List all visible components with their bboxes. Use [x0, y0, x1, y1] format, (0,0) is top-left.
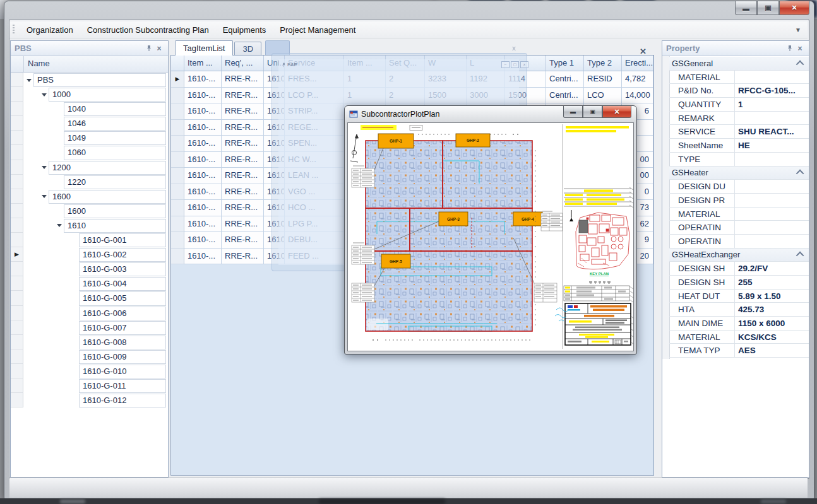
- property-value-cell[interactable]: [735, 180, 809, 193]
- property-row[interactable]: SheetNameHE: [669, 139, 809, 153]
- grid-cell[interactable]: 1610-...: [184, 232, 222, 249]
- property-row[interactable]: SERVICESHU REACT...: [669, 125, 809, 139]
- property-value-cell[interactable]: 255: [735, 276, 809, 289]
- column-header[interactable]: Req', ...: [222, 56, 264, 71]
- tree-row[interactable]: 1610-G-010: [23, 364, 168, 378]
- tree-row[interactable]: 1046: [23, 116, 168, 131]
- grid-cell[interactable]: RRE-R...: [222, 200, 264, 216]
- tree-row[interactable]: 1610-G-008: [23, 335, 168, 349]
- grid-cell[interactable]: RRE-R...: [222, 184, 264, 201]
- tree-node-label[interactable]: 1040: [64, 102, 166, 116]
- tree-row[interactable]: 1610-G-004: [23, 276, 168, 291]
- tree-expander-icon[interactable]: [55, 221, 64, 230]
- tree-node-label[interactable]: 1610-G-012: [79, 394, 166, 407]
- property-close-icon[interactable]: ×: [795, 44, 805, 54]
- tree-node-label[interactable]: 1049: [64, 131, 166, 145]
- tree-row[interactable]: 1610-G-007: [23, 320, 168, 335]
- property-name-cell[interactable]: HEAT DUT: [669, 290, 735, 303]
- subcontractor-plotplan-window[interactable]: SubcontractorPlotPlan ▬ ▣ ✕: [344, 105, 637, 355]
- property-row[interactable]: MAIN DIME1150 x 6000: [669, 317, 809, 331]
- tree-node-label[interactable]: 1610-G-011: [79, 379, 166, 393]
- collapse-chevron-icon[interactable]: [796, 170, 804, 178]
- plotplan-maximize-button[interactable]: ▣: [583, 106, 602, 118]
- property-row[interactable]: TYPE: [669, 153, 809, 167]
- plotplan-minimize-button[interactable]: ▬: [563, 106, 583, 118]
- grid-cell[interactable]: RRE-R...: [222, 88, 264, 104]
- grid-cell[interactable]: 1610-...: [184, 152, 222, 168]
- property-name-cell[interactable]: SheetName: [669, 139, 735, 152]
- tree-row[interactable]: 1610-G-009: [23, 349, 168, 364]
- column-header[interactable]: Type 2: [584, 56, 622, 71]
- grid-cell[interactable]: RRE-R...: [222, 103, 264, 120]
- property-name-cell[interactable]: OPERATIN: [669, 235, 735, 248]
- close-button[interactable]: ✕: [779, 1, 809, 15]
- menu-item-project-management[interactable]: Project Management: [273, 23, 362, 37]
- tree-row[interactable]: 1600: [23, 189, 168, 204]
- grid-cell[interactable]: RRE-R...: [222, 249, 264, 265]
- menu-item-construction-subcontracting-plan[interactable]: Construction Subcontracting Plan: [80, 23, 216, 37]
- menu-item-equipments[interactable]: Equipments: [216, 23, 273, 37]
- tree-node-label[interactable]: 1610-G-005: [79, 291, 166, 305]
- tree-node-label[interactable]: 1610-G-004: [79, 277, 166, 291]
- property-row[interactable]: QUANTITY1: [669, 98, 809, 112]
- property-name-cell[interactable]: MATERIAL: [669, 331, 735, 344]
- grid-cell[interactable]: RRE-R...: [222, 136, 264, 152]
- tree-node-label[interactable]: 1610-G-008: [79, 336, 166, 349]
- property-value-cell[interactable]: [735, 112, 809, 125]
- property-row[interactable]: MATERIALKCS/KCS: [669, 331, 809, 344]
- grid-cell[interactable]: 1610-...: [184, 120, 222, 136]
- property-value-cell[interactable]: [735, 235, 809, 248]
- pbs-name-column-header[interactable]: Name: [24, 56, 168, 72]
- property-value-cell[interactable]: SHU REACT...: [735, 125, 809, 138]
- column-header[interactable]: Erecti...: [622, 56, 653, 71]
- tree-node-label[interactable]: 1600: [64, 204, 166, 218]
- tab-3d[interactable]: 3D: [234, 42, 261, 56]
- grid-cell[interactable]: 1610-...: [184, 168, 222, 184]
- menu-overflow-chevron-icon[interactable]: ▼: [795, 26, 801, 33]
- tree-row[interactable]: 1040: [23, 102, 168, 116]
- property-value-cell[interactable]: [735, 153, 809, 166]
- pbs-close-icon[interactable]: ×: [154, 44, 164, 54]
- property-value-cell[interactable]: HE: [735, 139, 809, 152]
- property-row[interactable]: REMARK: [669, 112, 809, 126]
- grid-cell[interactable]: 4,782: [622, 71, 653, 88]
- property-value-cell[interactable]: [735, 194, 809, 207]
- property-name-cell[interactable]: OPERATIN: [669, 221, 735, 234]
- tree-node-label[interactable]: 1600: [49, 190, 166, 204]
- grid-cell[interactable]: 1610-...: [184, 216, 222, 233]
- property-row[interactable]: HTA425.73: [669, 303, 809, 317]
- property-name-cell[interactable]: DESIGN PR: [669, 194, 735, 207]
- tree-node-label[interactable]: 1610-G-006: [79, 307, 166, 320]
- plotplan-close-button[interactable]: ✕: [602, 106, 631, 118]
- tree-expander-icon[interactable]: [40, 192, 49, 201]
- tree-node-label[interactable]: 1000: [49, 88, 166, 102]
- property-value-cell[interactable]: AES: [735, 344, 809, 357]
- tree-row[interactable]: PBS: [23, 73, 168, 87]
- grid-cell[interactable]: Centri...: [546, 88, 584, 104]
- menu-grip-icon[interactable]: [13, 25, 15, 35]
- property-name-cell[interactable]: QUANTITY: [669, 98, 735, 111]
- property-value-cell[interactable]: KCS/KCS: [735, 331, 809, 344]
- tree-row[interactable]: 1600: [23, 204, 168, 218]
- column-header[interactable]: Type 1: [546, 56, 584, 71]
- tree-row[interactable]: 1200: [23, 160, 168, 175]
- tree-row[interactable]: 1610-G-001: [23, 233, 168, 247]
- grid-cell[interactable]: 1610-...: [184, 184, 222, 201]
- tree-node-label[interactable]: 1610: [64, 219, 166, 233]
- tree-expander-icon[interactable]: [40, 90, 49, 99]
- property-name-cell[interactable]: MAIN DIME: [669, 317, 735, 330]
- tab-tagitemlist[interactable]: TagItemList: [175, 40, 233, 56]
- property-row[interactable]: MATERIAL: [669, 208, 809, 221]
- menu-item-organization[interactable]: Organization: [20, 23, 80, 37]
- tree-node-label[interactable]: 1610-G-002: [79, 248, 166, 262]
- property-value-cell[interactable]: [735, 221, 809, 234]
- property-category-row[interactable]: GSGeneral: [669, 57, 809, 71]
- tree-node-label[interactable]: 1046: [64, 117, 166, 131]
- column-header[interactable]: Item ...: [184, 56, 222, 71]
- property-row[interactable]: TEMA TYPAES: [669, 344, 809, 358]
- property-name-cell[interactable]: SERVICE: [669, 125, 735, 138]
- grid-cell[interactable]: 1610-...: [184, 136, 222, 152]
- grid-cell[interactable]: 1610-...: [184, 71, 222, 88]
- property-name-cell[interactable]: REMARK: [669, 112, 735, 125]
- grid-cell[interactable]: RRE-R...: [222, 168, 264, 184]
